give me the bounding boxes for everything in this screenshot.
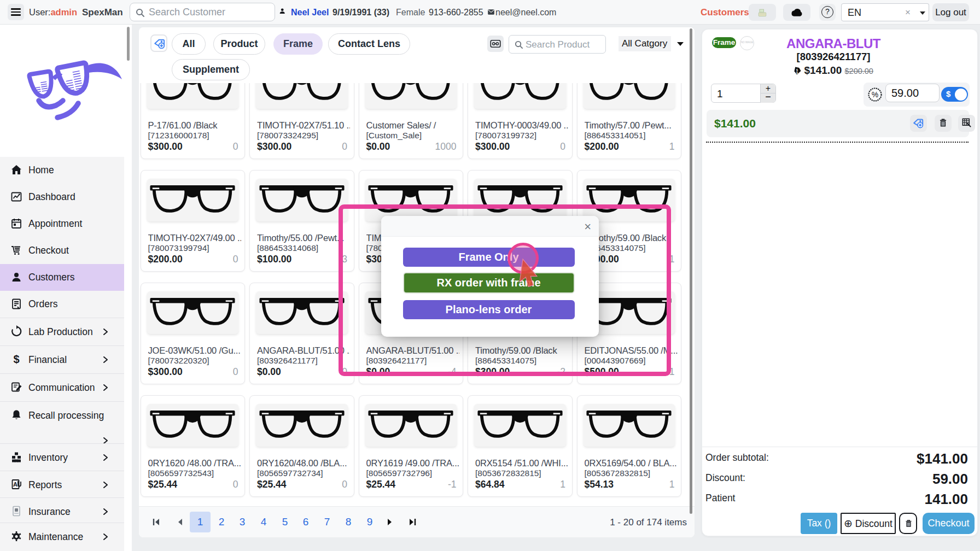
- svg-text:$: $: [796, 71, 798, 74]
- svg-text:%: %: [872, 90, 878, 99]
